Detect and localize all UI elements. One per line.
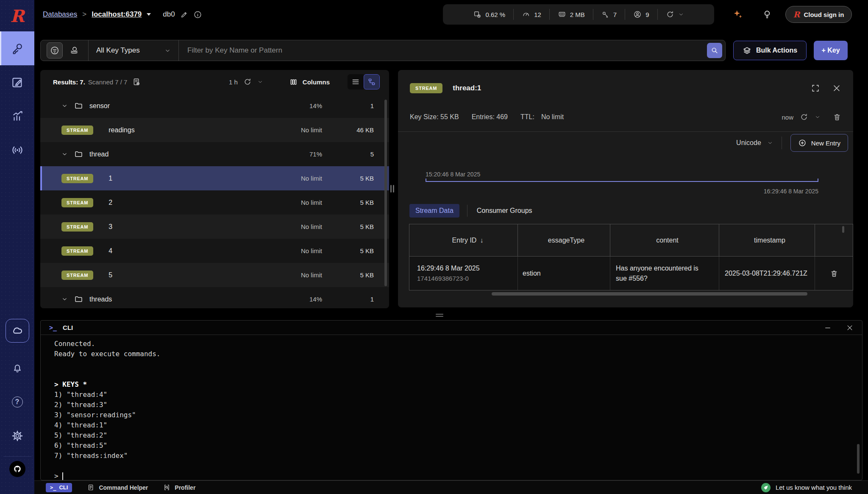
table-row[interactable]: 16:29:46 8 Mar 2025 1741469386723-0 esti… bbox=[409, 257, 853, 290]
feedback-button[interactable]: Let us know what you think bbox=[761, 483, 868, 492]
key-size: 5 KB bbox=[322, 223, 374, 230]
search-button[interactable] bbox=[707, 43, 722, 58]
key-folder-row[interactable]: threads 14% 1 bbox=[40, 287, 389, 308]
sidebar-item-cloud[interactable] bbox=[6, 319, 29, 343]
info-icon[interactable] bbox=[193, 10, 202, 19]
sidebar-divider bbox=[3, 456, 31, 457]
cli-line: Ready to execute commands. bbox=[54, 349, 862, 359]
stats-refresh[interactable] bbox=[658, 9, 692, 20]
key-name: 2 bbox=[108, 199, 112, 207]
add-key-button[interactable]: + Key bbox=[814, 41, 848, 60]
filter-mode-pattern-button[interactable] bbox=[47, 42, 63, 59]
sidebar-item-pubsub[interactable] bbox=[0, 133, 34, 167]
new-entry-button[interactable]: New Entry bbox=[790, 134, 848, 152]
profiler-button[interactable]: Profiler bbox=[163, 484, 195, 491]
header-timestamp[interactable]: timestamp bbox=[719, 224, 815, 256]
chevron-down-icon[interactable] bbox=[257, 79, 263, 85]
tree-view-button[interactable] bbox=[364, 74, 380, 89]
keys-value: 7 bbox=[613, 11, 617, 18]
bulk-actions-button[interactable]: Bulk Actions bbox=[733, 41, 807, 60]
cli-output[interactable]: Connected. Ready to execute commands. > … bbox=[41, 335, 862, 481]
minimize-icon[interactable] bbox=[824, 324, 832, 332]
chevron-down-icon[interactable] bbox=[147, 13, 151, 16]
sidebar-item-settings[interactable] bbox=[0, 419, 34, 453]
sidebar-item-github[interactable] bbox=[9, 461, 25, 477]
cli-resize-handle[interactable] bbox=[436, 314, 443, 318]
key-row[interactable]: STREAM 3 No limit 5 KB bbox=[40, 215, 389, 239]
header-entry-id[interactable]: Entry ID ↓ bbox=[409, 224, 518, 256]
breadcrumb-databases-link[interactable]: Databases bbox=[43, 10, 77, 19]
sidebar: R ? bbox=[0, 0, 34, 494]
panel-resize-handle[interactable] bbox=[390, 185, 394, 193]
ttl-value[interactable]: No limit bbox=[541, 113, 564, 121]
redis-logo[interactable]: R bbox=[0, 0, 34, 31]
close-icon[interactable] bbox=[846, 324, 854, 332]
key-row[interactable]: STREAM readings No limit 46 KB bbox=[40, 118, 389, 142]
sidebar-item-help[interactable]: ? bbox=[0, 385, 34, 419]
sidebar-item-browser[interactable] bbox=[0, 31, 34, 65]
scanned-count: Scanned 7 / 7 bbox=[88, 78, 128, 86]
header-content[interactable]: content bbox=[610, 224, 719, 256]
encoding-select[interactable]: Unicode bbox=[736, 139, 773, 147]
columns-icon bbox=[289, 78, 298, 86]
cli-scrollbar[interactable] bbox=[857, 444, 860, 474]
cli-prompt-line[interactable]: > bbox=[54, 471, 862, 481]
sidebar-item-workbench[interactable] bbox=[0, 65, 34, 99]
chevron-down-icon[interactable] bbox=[815, 114, 821, 120]
search-library-icon[interactable] bbox=[66, 42, 82, 59]
key-row-selected[interactable]: STREAM 1 No limit 5 KB bbox=[40, 166, 389, 190]
chevron-down-icon[interactable] bbox=[61, 296, 68, 302]
key-row[interactable]: STREAM 5 No limit 5 KB bbox=[40, 263, 389, 287]
tab-stream-data[interactable]: Stream Data bbox=[409, 204, 459, 218]
key-row[interactable]: STREAM 2 No limit 5 KB bbox=[40, 190, 389, 215]
command-helper-button[interactable]: Command Helper bbox=[87, 484, 148, 491]
close-icon[interactable] bbox=[832, 84, 841, 93]
key-type-select[interactable]: All Key Types bbox=[88, 40, 179, 61]
sidebar-item-notifications[interactable] bbox=[0, 351, 34, 385]
key-name: 4 bbox=[108, 247, 112, 255]
table-horizontal-scrollbar[interactable] bbox=[492, 292, 807, 296]
columns-button[interactable]: Columns bbox=[289, 78, 330, 86]
key-list-scrollbar[interactable] bbox=[384, 100, 387, 286]
delete-key-icon[interactable] bbox=[833, 113, 841, 121]
fullscreen-icon[interactable] bbox=[811, 84, 820, 93]
edit-alias-icon[interactable] bbox=[180, 11, 188, 19]
table-vertical-scrollbar[interactable] bbox=[842, 226, 844, 233]
chevron-down-icon[interactable] bbox=[61, 103, 68, 109]
insights-button[interactable] bbox=[760, 7, 775, 22]
scan-settings-icon[interactable] bbox=[132, 78, 141, 87]
controls-divider bbox=[782, 137, 782, 149]
header-message-type[interactable]: essageType bbox=[518, 224, 610, 256]
stream-controls: Unicode New Entry bbox=[398, 132, 853, 154]
auto-refresh-group[interactable]: 1 h bbox=[229, 78, 263, 86]
cli-tab-button[interactable]: >_ CLI bbox=[46, 483, 72, 492]
key-icon bbox=[11, 42, 24, 55]
refresh-icon[interactable] bbox=[243, 78, 252, 86]
timeline-range-bar[interactable] bbox=[426, 181, 818, 182]
cell-entry-id: 16:29:46 8 Mar 2025 1741469386723-0 bbox=[409, 257, 518, 290]
list-view-button[interactable] bbox=[348, 74, 364, 89]
breadcrumb-host[interactable]: localhost:6379 bbox=[92, 10, 142, 19]
delete-entry-icon[interactable] bbox=[830, 269, 838, 278]
ttl-label: TTL: bbox=[520, 113, 534, 121]
key-name: 5 bbox=[108, 271, 112, 279]
chevron-down-icon[interactable] bbox=[61, 151, 68, 157]
list-icon bbox=[351, 78, 360, 86]
tab-consumer-groups[interactable]: Consumer Groups bbox=[475, 204, 534, 218]
key-folder-row[interactable]: sensor 14% 1 bbox=[40, 94, 389, 118]
sidebar-item-analytics[interactable] bbox=[0, 99, 34, 133]
stat-cpu: 0.62 % bbox=[465, 9, 514, 20]
key-detail-info: Key Size: 55 KB Entries: 469 TTL: No lim… bbox=[398, 106, 853, 128]
key-folder-row[interactable]: thread 71% 5 bbox=[40, 142, 389, 166]
clients-icon bbox=[633, 10, 642, 19]
copilot-button[interactable] bbox=[730, 7, 746, 22]
refresh-icon[interactable] bbox=[800, 113, 808, 121]
key-row[interactable]: STREAM 4 No limit 5 KB bbox=[40, 239, 389, 263]
document-icon bbox=[87, 484, 95, 491]
key-search-input[interactable] bbox=[179, 40, 707, 61]
stat-commands: 12 bbox=[514, 9, 550, 20]
key-name: 1 bbox=[108, 175, 112, 182]
analytics-icon bbox=[11, 110, 24, 123]
cloud-sign-in-button[interactable]: R Cloud sign in bbox=[785, 6, 852, 23]
refresh-time-label: 1 h bbox=[229, 78, 238, 86]
